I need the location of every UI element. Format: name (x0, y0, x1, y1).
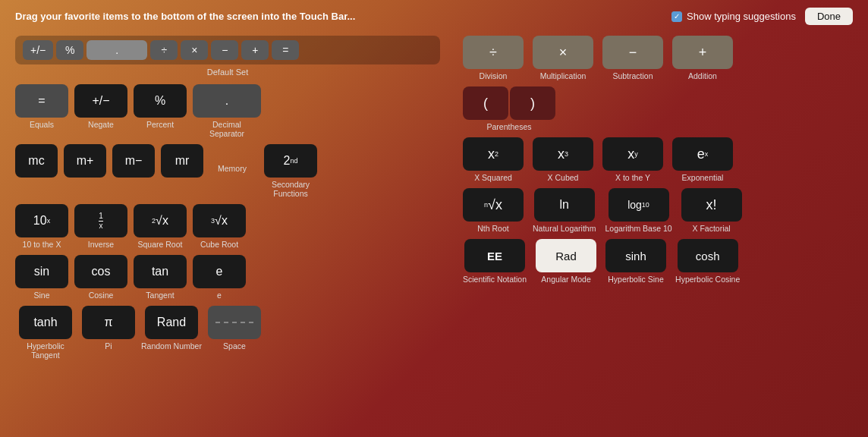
item-mr: mr (161, 144, 203, 178)
negate-btn[interactable]: +/− (74, 84, 127, 118)
paren-buttons: ( ) (463, 86, 555, 120)
default-set-label: Default Set (15, 68, 440, 77)
exp-btn[interactable]: ex (672, 137, 733, 171)
ds-subtract-btn[interactable]: − (211, 40, 238, 60)
ln-btn[interactable]: ln (534, 188, 595, 222)
equals-label: Equals (30, 120, 54, 129)
mminus-btn[interactable]: m− (112, 144, 155, 178)
ds-multiply-btn[interactable]: × (181, 40, 208, 60)
negate-label: Negate (88, 120, 114, 129)
tanh-label: Hyperbolic Tangent (15, 341, 76, 360)
main-content: +/− % . ÷ × − + = Default Set = Equals +… (0, 30, 868, 372)
sinh-btn[interactable]: sinh (605, 239, 666, 272)
xy-label: X to the Y (615, 173, 650, 182)
item-pi: π Pi (82, 306, 135, 351)
item-space: Space (208, 306, 261, 351)
rand-btn[interactable]: Rand (145, 306, 198, 339)
done-button[interactable]: Done (805, 8, 853, 25)
item-negate: +/− Negate (74, 84, 127, 129)
mr-btn[interactable]: mr (161, 144, 203, 178)
ee-label: Scientific Notation (463, 275, 527, 284)
item-cos: cos Cosine (74, 255, 127, 300)
ds-divide-btn[interactable]: ÷ (150, 40, 178, 60)
item-addition: + Addition (672, 36, 733, 80)
sin-btn[interactable]: sin (15, 255, 68, 288)
item-inverse: 1x Inverse (74, 204, 127, 249)
right-row-ops: ÷ Division × Multiplication − Subtractio… (463, 36, 853, 80)
cosh-btn[interactable]: cosh (678, 239, 738, 272)
tanh-btn[interactable]: tanh (19, 306, 72, 339)
secondary-btn[interactable]: 2nd (264, 144, 317, 178)
log10-label: Logarithm Base 10 (605, 224, 671, 233)
equals-btn[interactable]: = (15, 84, 68, 118)
xy-btn[interactable]: xy (602, 137, 663, 171)
ln-label: Natural Logarithm (533, 224, 596, 233)
division-btn[interactable]: ÷ (463, 36, 524, 69)
inverse-btn[interactable]: 1x (74, 204, 127, 237)
10x-label: 10 to the X (23, 240, 61, 249)
decimal-label: Decimal Separator (197, 120, 257, 138)
nthroot-btn[interactable]: n√x (463, 188, 524, 222)
row-powers: 10x 10 to the X 1x Inverse 2√x Square Ro… (15, 204, 440, 249)
row-trig: sin Sine cos Cosine tan Tangent e e (15, 255, 440, 300)
ds-add-btn[interactable]: + (241, 40, 269, 60)
right-paren-btn[interactable]: ) (510, 86, 555, 120)
log10-btn[interactable]: log10 (609, 188, 669, 222)
addition-btn[interactable]: + (672, 36, 733, 69)
item-sinh: sinh Hyperbolic Sine (605, 239, 666, 284)
right-panel: ÷ Division × Multiplication − Subtractio… (463, 36, 853, 366)
division-label: Division (480, 71, 508, 80)
space-btn[interactable] (208, 306, 261, 339)
xsq-label: X Squared (474, 173, 512, 182)
item-mplus: m+ (64, 144, 106, 178)
10x-btn[interactable]: 10x (15, 204, 68, 237)
item-multiplication: × Multiplication (533, 36, 593, 80)
cos-label: Cosine (89, 291, 114, 300)
mplus-btn[interactable]: m+ (64, 144, 106, 178)
ds-toggle-btn[interactable]: +/− (23, 40, 53, 60)
left-paren-btn[interactable]: ( (463, 86, 508, 120)
item-percent: % Percent (134, 84, 187, 129)
default-set-bar: +/− % . ÷ × − + = (15, 36, 440, 64)
multiplication-btn[interactable]: × (533, 36, 593, 69)
row-equals: = Equals +/− Negate % Percent . Decimal … (15, 84, 440, 138)
item-ee: EE Scientific Notation (463, 239, 527, 284)
subtraction-btn[interactable]: − (602, 36, 663, 69)
sqrt-btn[interactable]: 2√x (134, 204, 187, 237)
xsq-btn[interactable]: x2 (463, 137, 524, 171)
tan-label: Tangent (146, 291, 174, 300)
item-subtraction: − Subtraction (602, 36, 663, 80)
tan-btn[interactable]: tan (134, 255, 187, 288)
e-btn[interactable]: e (193, 255, 246, 288)
multiplication-label: Multiplication (540, 71, 587, 80)
rad-btn[interactable]: Rad (536, 239, 596, 272)
pi-label: Pi (105, 341, 112, 351)
cos-btn[interactable]: cos (74, 255, 127, 288)
ee-btn[interactable]: EE (464, 239, 525, 272)
nthroot-label: Nth Root (477, 224, 508, 233)
factorial-btn[interactable]: x! (681, 188, 742, 222)
decimal-btn[interactable]: . (193, 84, 261, 118)
item-division: ÷ Division (463, 36, 524, 80)
item-cbrt: 3√x Cube Root (193, 204, 246, 249)
cbrt-btn[interactable]: 3√x (193, 204, 246, 237)
ds-equals-btn[interactable]: = (272, 40, 299, 60)
sinh-label: Hyperbolic Sine (608, 275, 664, 284)
item-factorial: x! X Factorial (681, 188, 742, 233)
parentheses-group: ( ) Parentheses (463, 86, 555, 131)
pi-btn[interactable]: π (82, 306, 135, 339)
cbrt-label: Cube Root (200, 240, 238, 249)
subtraction-label: Subtraction (612, 71, 653, 80)
ds-percent-btn[interactable]: % (56, 40, 83, 60)
xcubed-btn[interactable]: x3 (533, 137, 593, 171)
item-mminus: m− (112, 144, 155, 178)
right-row-parens: ( ) Parentheses (463, 86, 853, 131)
item-equals: = Equals (15, 84, 68, 129)
show-typing-checkbox[interactable] (671, 11, 682, 22)
show-typing-label[interactable]: Show typing suggestions (671, 11, 796, 22)
mc-btn[interactable]: mc (15, 144, 58, 178)
ds-decimal-btn[interactable]: . (86, 40, 147, 60)
sin-label: Sine (33, 291, 49, 300)
secondary-label: Secondary Functions (268, 180, 313, 198)
percent-btn[interactable]: % (134, 84, 187, 118)
